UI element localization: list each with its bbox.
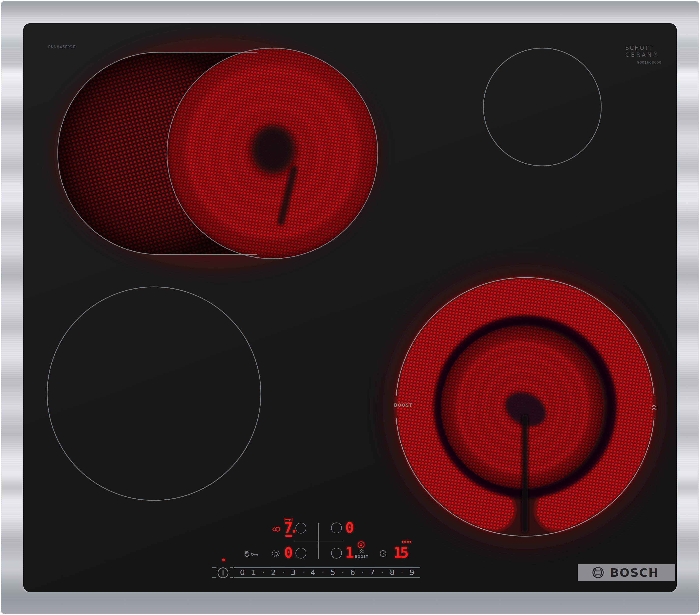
power-icon	[223, 570, 224, 576]
cooktop: PKN645FP2E SCHOTT CERAN ® 9001608660 BOO…	[0, 0, 700, 615]
front-left-zone-outline	[47, 287, 261, 500]
zone-map-divider-horizontal	[294, 541, 343, 541]
timer-unit-label: min	[402, 539, 411, 544]
front-right-zone-glow	[383, 265, 667, 549]
power-button[interactable]	[217, 567, 228, 578]
model-number: PKN645FP2E	[48, 45, 76, 49]
timer-clock-icon[interactable]	[379, 550, 387, 558]
slider-level-3[interactable]: 3	[291, 568, 296, 576]
back-right-level-display: 0	[345, 521, 352, 535]
slider-dash	[230, 567, 233, 568]
dual-ring-chevrons-icon	[651, 404, 657, 412]
slider-level-1[interactable]: 1	[251, 568, 256, 576]
slider-separator: ·	[381, 569, 383, 576]
zone-select-front-right[interactable]	[331, 548, 342, 559]
slider-dash	[212, 567, 216, 568]
slider-separator: ·	[401, 569, 403, 576]
slider-level-8[interactable]: 8	[390, 568, 395, 576]
dual-zone-icon	[272, 526, 281, 533]
boost-ring-inner	[360, 543, 362, 546]
slider-level-4[interactable]: 4	[311, 568, 316, 576]
surface-boost-label: BOOST	[394, 402, 412, 408]
zone-select-front-left[interactable]	[296, 548, 306, 559]
zone-select-back-left[interactable]	[296, 523, 306, 534]
slider-separator: ·	[342, 569, 343, 576]
front-left-level-display: 0	[284, 546, 291, 560]
zone-indicator-icon	[272, 550, 279, 557]
slider-separator: ·	[263, 569, 264, 576]
bosch-logo-plate: BOSCH	[578, 564, 675, 581]
back-left-zone-glow	[54, 38, 378, 269]
slider-separator: ·	[362, 569, 363, 576]
slider-track-bottom-line	[234, 577, 420, 578]
slider-separator: ·	[322, 569, 324, 576]
slider-level-5[interactable]: 5	[330, 568, 335, 576]
slider-separator: ·	[283, 569, 285, 576]
registered-mark: ®	[654, 52, 657, 56]
key-icon[interactable]	[251, 552, 258, 557]
slider-dash	[212, 577, 216, 578]
slider-level-0[interactable]: 0	[240, 568, 245, 576]
schott-line: SCHOTT	[625, 45, 657, 51]
boost-chevrons-icon[interactable]	[359, 549, 364, 555]
boost-ring-indicator	[358, 541, 364, 548]
zone-art-layer	[23, 23, 677, 592]
slider-separator: ·	[302, 569, 304, 576]
schott-ceran-logo: SCHOTT CERAN ®	[625, 45, 657, 58]
ceran-line: CERAN	[625, 52, 653, 58]
bosch-anchor-icon	[592, 566, 604, 579]
boost-key-label[interactable]: BOOST	[354, 555, 369, 559]
timer-display: 15	[393, 546, 407, 560]
slider-level-9[interactable]: 9	[410, 568, 414, 576]
level-slider[interactable]: 01·2·3·4·5·6·7·8·9	[234, 567, 420, 577]
slider-level-7[interactable]: 7	[370, 568, 375, 576]
front-right-level-display: 1	[345, 546, 352, 560]
back-left-level-display: 7.	[284, 521, 296, 535]
hand-icon[interactable]	[245, 550, 250, 558]
residual-heat-indicator	[222, 559, 225, 561]
back-right-zone-outline	[483, 48, 601, 166]
slider-level-6[interactable]: 6	[350, 568, 355, 576]
zone-select-back-right[interactable]	[331, 523, 342, 533]
extended-zone-segment	[285, 535, 292, 537]
slider-dash	[230, 577, 233, 578]
slider-level-2[interactable]: 2	[271, 568, 276, 576]
zone-indicator-inner-ring	[275, 552, 278, 555]
bosch-wordmark: BOSCH	[610, 567, 659, 578]
serial-number: 9001608660	[637, 60, 661, 64]
